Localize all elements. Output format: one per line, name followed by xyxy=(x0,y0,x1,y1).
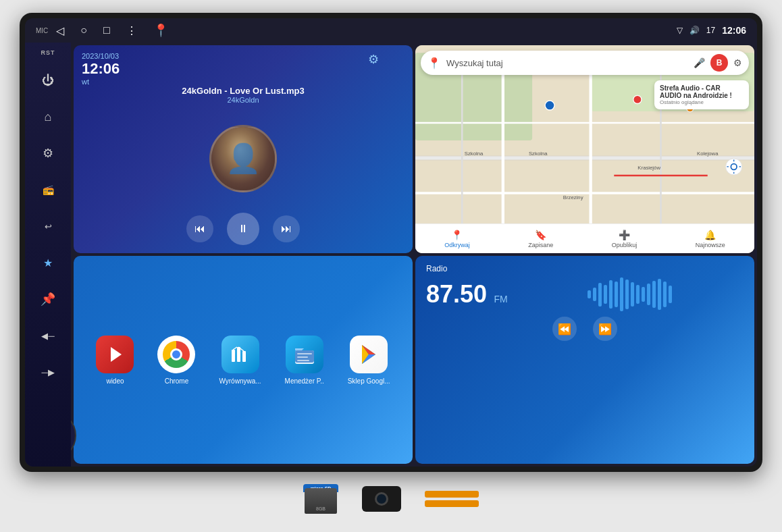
app-item-chrome[interactable]: Chrome xyxy=(157,336,195,385)
car-unit-device: MIC ◁ ○ □ ⋮ 📍 ▽ 🔊 17 12:06 RST xyxy=(20,13,762,472)
svg-point-19 xyxy=(633,95,642,103)
power-icon[interactable]: ⏻ xyxy=(36,68,60,92)
right-area: 2023/10/03 12:06 wt ⚙ 24kGoldn - Love Or… xyxy=(71,43,757,467)
song-title: 24kGoldn - Love Or Lust.mp3 xyxy=(82,86,405,96)
sdcard-body: 8GB xyxy=(305,488,337,514)
app-item-sklep[interactable]: Sklep Googl... xyxy=(348,336,390,385)
map-search-bar[interactable]: 📍 Wyszukaj tutaj 🎤 B ⚙ xyxy=(421,51,749,75)
camera-body xyxy=(362,486,401,512)
volume-icon: 🔊 xyxy=(689,26,700,35)
nav-more-icon[interactable]: ⋮ xyxy=(126,24,137,37)
camera-icon xyxy=(360,484,403,514)
svg-rect-29 xyxy=(232,350,235,362)
radio-freq-value: 87.50 xyxy=(426,280,487,308)
menedzer-label: Menedżer P.. xyxy=(285,377,324,385)
location-icon[interactable]: 📌 xyxy=(36,287,60,311)
waveform-bar xyxy=(642,287,645,302)
radio-label: Radio xyxy=(426,264,744,273)
radio-forward-button[interactable]: ⏩ xyxy=(593,317,617,341)
radio-icon[interactable]: 📻 xyxy=(36,178,60,202)
nav-icons: ◁ ○ □ ⋮ 📍 xyxy=(56,23,167,38)
map-settings-icon[interactable]: ⚙ xyxy=(733,57,742,68)
chrome-app-icon xyxy=(157,336,195,373)
map-tab-odkrywaj[interactable]: 📍 Odkrywaj xyxy=(444,230,470,248)
volume-up-icon[interactable]: ─▶ xyxy=(36,360,60,384)
app-item-wideo[interactable]: wideo xyxy=(96,336,134,385)
map-pin-icon: 📍 xyxy=(427,57,441,70)
svg-text:Szkolna: Szkolna xyxy=(529,151,548,157)
radio-freq-row: 87.50 FM xyxy=(426,277,744,311)
radio-band: FM xyxy=(494,294,508,304)
wyrownywanie-app-icon xyxy=(221,336,259,373)
svg-rect-37 xyxy=(297,356,308,358)
settings-in-music-icon[interactable]: ⚙ xyxy=(368,52,379,67)
date-time-overlay: 2023/10/03 12:06 wt xyxy=(82,52,120,86)
nav-recent-icon[interactable]: □ xyxy=(103,24,110,36)
waveform-bar xyxy=(631,282,634,307)
album-art: 👤 xyxy=(209,125,277,192)
svg-rect-31 xyxy=(242,351,246,362)
nav-home-icon[interactable]: ○ xyxy=(80,24,87,36)
eq-icon xyxy=(230,344,251,365)
playstore-icon xyxy=(357,342,381,367)
map-search-text[interactable]: Wyszukaj tutaj xyxy=(446,58,688,68)
map-panel[interactable]: 📍 Wyszukaj tutaj 🎤 B ⚙ xyxy=(415,45,754,253)
map-tab-zapisane[interactable]: 🔖 Zapisane xyxy=(528,230,553,248)
artist-name: 24kGoldn xyxy=(82,96,405,104)
nav-map-icon[interactable]: 📍 xyxy=(153,23,168,38)
radio-frequency: 87.50 FM xyxy=(426,280,508,309)
svg-text:Krasiejów: Krasiejów xyxy=(637,165,660,171)
wyrownywanie-label: Wyrównywa... xyxy=(219,377,261,385)
chrome-label: Chrome xyxy=(165,377,189,385)
sdcard-accessory: micro SD 8GB xyxy=(303,484,338,514)
map-tab-najnowsze[interactable]: 🔔 Najnowsze xyxy=(696,230,725,248)
waveform-bar xyxy=(604,285,607,304)
map-user-avatar[interactable]: B xyxy=(710,54,728,72)
waveform-bar xyxy=(663,282,667,307)
sklep-label: Sklep Googl... xyxy=(348,377,390,385)
zapisane-label: Zapisane xyxy=(528,242,553,248)
volume-down-icon[interactable]: ◀─ xyxy=(36,323,60,348)
svg-text:Szkolna: Szkolna xyxy=(465,151,484,157)
app-item-menedzer[interactable]: Menedżer P.. xyxy=(285,336,324,385)
sdcard-icon: micro SD 8GB xyxy=(303,484,338,514)
status-right: ▽ 🔊 17 12:06 xyxy=(677,25,746,36)
play-pause-button[interactable]: ⏸ xyxy=(227,213,259,245)
svg-rect-36 xyxy=(297,353,312,354)
status-bar: MIC ◁ ○ □ ⋮ 📍 ▽ 🔊 17 12:06 xyxy=(25,18,757,43)
map-tab-opublikuj[interactable]: ➕ Opublikuj xyxy=(612,230,637,248)
bracket-accessory xyxy=(425,491,479,507)
chrome-outer-ring xyxy=(163,341,190,368)
odkrywaj-label: Odkrywaj xyxy=(444,242,470,248)
map-body: Szkolna Szkolna Kolejowa Brzeziny Krasie… xyxy=(415,45,754,253)
prev-track-button[interactable]: ⏮ xyxy=(186,215,213,242)
svg-line-32 xyxy=(233,347,237,350)
back-icon[interactable]: ↩ xyxy=(36,214,60,238)
wifi-icon: ▽ xyxy=(677,26,683,35)
sklep-app-icon xyxy=(350,336,388,373)
bracket-top xyxy=(425,491,479,498)
map-svg: Szkolna Szkolna Kolejowa Brzeziny Krasie… xyxy=(415,45,754,253)
apps-panel: wideo Chrome xyxy=(74,256,413,464)
rst-label: RST xyxy=(41,49,55,56)
bluetooth-icon[interactable]: ★ xyxy=(36,250,60,275)
place-name: Strefa Audio - CAR AUDIO na Androidzie ! xyxy=(660,84,744,99)
settings-icon[interactable]: ⚙ xyxy=(36,141,60,165)
nav-back-icon[interactable]: ◁ xyxy=(56,24,64,37)
waveform-bar xyxy=(609,280,612,309)
album-art-inner: 👤 xyxy=(211,127,275,190)
accessories-row: micro SD 8GB xyxy=(303,479,479,519)
place-sub: Ostatnio oglądane xyxy=(660,99,744,105)
home-icon[interactable]: ⌂ xyxy=(36,105,60,129)
map-mic-icon[interactable]: 🎤 xyxy=(694,57,705,68)
waveform-bar xyxy=(593,288,596,301)
opublikuj-icon: ➕ xyxy=(619,230,630,240)
next-track-button[interactable]: ⏭ xyxy=(273,215,300,242)
waveform-bar xyxy=(658,279,661,310)
svg-text:Kolejowa: Kolejowa xyxy=(697,151,719,157)
app-item-wyrownywanie[interactable]: Wyrównywa... xyxy=(219,336,261,385)
radio-rewind-button[interactable]: ⏪ xyxy=(552,317,577,341)
svg-rect-38 xyxy=(297,360,309,361)
left-sidebar: RST ⏻ ⌂ ⚙ 📻 ↩ ★ 📌 ◀─ ─▶ xyxy=(25,43,71,467)
clock: 12:06 xyxy=(722,25,746,36)
